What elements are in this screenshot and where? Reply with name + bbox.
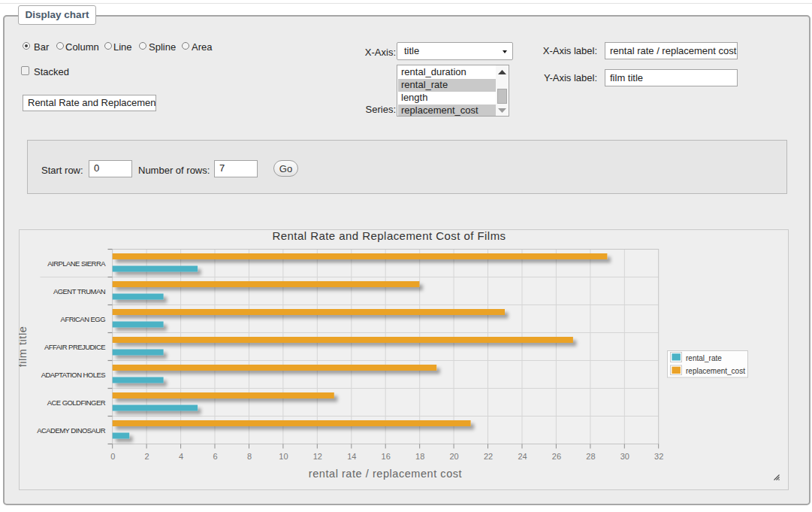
svg-text:AFRICAN EGG: AFRICAN EGG	[61, 315, 106, 323]
svg-text:4: 4	[179, 452, 183, 461]
svg-text:replacement_cost: replacement_cost	[686, 367, 745, 375]
svg-text:16: 16	[382, 452, 391, 461]
svg-text:6: 6	[213, 452, 217, 461]
svg-text:AFFAIR PREJUDICE: AFFAIR PREJUDICE	[44, 343, 105, 351]
svg-text:28: 28	[586, 452, 595, 461]
svg-text:film title: film title	[19, 326, 29, 368]
svg-text:10: 10	[279, 452, 288, 461]
svg-text:rental rate / replacement cost: rental rate / replacement cost	[309, 468, 462, 480]
svg-text:rental_rate: rental_rate	[686, 354, 722, 362]
svg-text:2: 2	[145, 452, 149, 461]
svg-text:14: 14	[347, 452, 356, 461]
svg-text:18: 18	[415, 452, 424, 461]
svg-text:AGENT TRUMAN: AGENT TRUMAN	[53, 287, 106, 295]
svg-text:AIRPLANE SIERRA: AIRPLANE SIERRA	[47, 259, 106, 268]
svg-text:30: 30	[620, 452, 629, 461]
svg-text:Rental Rate and Replacement Co: Rental Rate and Replacement Cost of Film…	[272, 229, 506, 242]
svg-text:12: 12	[313, 452, 322, 461]
svg-text:26: 26	[552, 452, 561, 461]
svg-text:32: 32	[654, 452, 663, 461]
svg-text:0: 0	[110, 452, 115, 461]
svg-text:8: 8	[247, 452, 252, 461]
svg-text:24: 24	[518, 452, 527, 461]
svg-text:20: 20	[449, 452, 458, 461]
svg-text:ACADEMY DINOSAUR: ACADEMY DINOSAUR	[37, 426, 105, 435]
svg-text:ADAPTATION HOLES: ADAPTATION HOLES	[41, 371, 106, 379]
svg-text:22: 22	[484, 452, 493, 461]
svg-text:ACE GOLDFINGER: ACE GOLDFINGER	[47, 398, 106, 407]
